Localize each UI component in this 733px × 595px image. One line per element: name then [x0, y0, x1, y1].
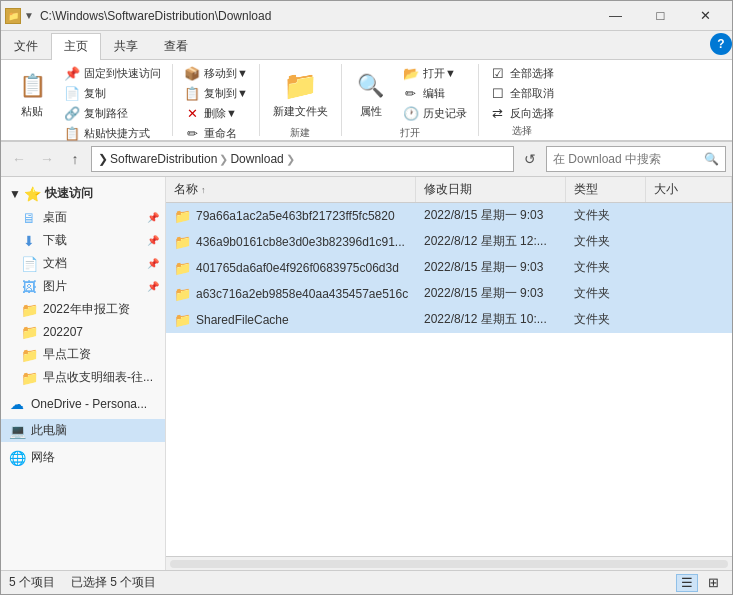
file-size-cell [646, 264, 732, 272]
properties-icon: 🔍 [355, 70, 387, 102]
breadcrumb-sep: ❯ [219, 153, 228, 166]
202207-icon: 📁 [21, 324, 37, 340]
open-button[interactable]: 📂 打开▼ [398, 64, 472, 82]
window: 📁 ▼ C:\Windows\SoftwareDistribution\Down… [0, 0, 733, 595]
properties-button[interactable]: 🔍 属性 [348, 64, 394, 124]
paste-shortcut-button[interactable]: 📋 粘贴快捷方式 [59, 124, 166, 142]
file-name-cell: 📁 436a9b0161cb8e3d0e3b82396d1c91... [166, 230, 416, 254]
sidebar-item-202207[interactable]: 📁 202207 [1, 321, 165, 343]
delete-button[interactable]: ✕ 删除▼ [179, 104, 253, 122]
copy-button[interactable]: 📄 复制 [59, 84, 166, 102]
table-row[interactable]: 📁 a63c716a2eb9858e40aa435457ae516c 2022/… [166, 281, 732, 307]
paste-button[interactable]: 📋 粘贴 [9, 64, 55, 124]
search-box[interactable]: 🔍 [546, 146, 726, 172]
address-box[interactable]: ❯ SoftwareDistribution ❯ Download ❯ [91, 146, 514, 172]
copy-to-button[interactable]: 📋 复制到▼ [179, 84, 253, 102]
folder-icon: 📁 [174, 286, 190, 302]
delete-icon: ✕ [184, 105, 200, 121]
up-button[interactable]: ↑ [63, 147, 87, 171]
copy-path-button[interactable]: 🔗 复制路径 [59, 104, 166, 122]
sidebar-item-salary2022[interactable]: 📁 2022年申报工资 [1, 298, 165, 321]
rename-icon: ✏ [184, 125, 200, 141]
history-button[interactable]: 🕐 历史记录 [398, 104, 472, 122]
file-size-cell [646, 290, 732, 298]
horizontal-scrollbar[interactable] [166, 556, 732, 570]
breadcrumb-sep-2: ❯ [286, 153, 295, 166]
quick-access-header[interactable]: ▼ ⭐ 快速访问 [1, 181, 165, 206]
sidebar-item-documents[interactable]: 📄 文档 📌 [1, 252, 165, 275]
new-folder-button[interactable]: 📁 新建文件夹 [266, 64, 335, 124]
new-label: 新建 [290, 126, 310, 140]
tab-file[interactable]: 文件 [1, 33, 51, 59]
thispc-icon: 💻 [9, 423, 25, 439]
breadcrumb-item-1[interactable]: SoftwareDistribution [110, 152, 217, 166]
titlebar: 📁 ▼ C:\Windows\SoftwareDistribution\Down… [1, 1, 732, 31]
history-icon: 🕐 [403, 105, 419, 121]
select-none-icon: ☐ [490, 85, 506, 101]
tiles-view-button[interactable]: ⊞ [702, 574, 724, 592]
sidebar: ▼ ⭐ 快速访问 🖥 桌面 📌 ⬇ 下载 📌 📄 文档 📌 🖼 图 [1, 177, 166, 570]
select-label: 选择 [512, 124, 532, 138]
sidebar-item-network[interactable]: 🌐 网络 [1, 446, 165, 469]
organize-small-group: 📦 移动到▼ 📋 复制到▼ ✕ 删除▼ ✏ [179, 64, 253, 142]
select-all-button[interactable]: ☑ 全部选择 [485, 64, 559, 82]
forward-button[interactable]: → [35, 147, 59, 171]
sort-arrow: ↑ [201, 185, 206, 195]
tab-view[interactable]: 查看 [151, 33, 201, 59]
sidebar-item-onedrive[interactable]: ☁ OneDrive - Persona... [1, 393, 165, 415]
desktop-icon: 🖥 [21, 210, 37, 226]
earlysal-icon: 📁 [21, 347, 37, 363]
move-to-button[interactable]: 📦 移动到▼ [179, 64, 253, 82]
help-button[interactable]: ? [710, 33, 732, 55]
network-label: 网络 [31, 449, 55, 466]
col-header-type[interactable]: 类型 [566, 177, 646, 202]
file-type-cell: 文件夹 [566, 255, 646, 280]
col-header-size[interactable]: 大小 [646, 177, 732, 202]
back-button[interactable]: ← [7, 147, 31, 171]
close-button[interactable]: ✕ [683, 1, 728, 31]
file-date-cell: 2022/8/12 星期五 10:... [416, 307, 566, 332]
select-none-button[interactable]: ☐ 全部取消 [485, 84, 559, 102]
edit-button[interactable]: ✏ 编辑 [398, 84, 472, 102]
new-content: 📁 新建文件夹 [266, 64, 335, 124]
desktop-pin: 📌 [147, 212, 159, 223]
minimize-button[interactable]: — [593, 1, 638, 31]
sidebar-item-earlydetail[interactable]: 📁 早点收支明细表-往... [1, 366, 165, 389]
rename-button[interactable]: ✏ 重命名 [179, 124, 253, 142]
sidebar-item-pictures[interactable]: 🖼 图片 📌 [1, 275, 165, 298]
col-header-name[interactable]: 名称 ↑ [166, 177, 416, 202]
file-name-cell: 📁 79a66a1ac2a5e463bf21723ff5fc5820 [166, 204, 416, 228]
quick-access-label: 快速访问 [45, 185, 93, 202]
quick-access-toolbar-icon: 📁 [5, 8, 21, 24]
downloads-label: 下载 [43, 232, 67, 249]
titlebar-path: C:\Windows\SoftwareDistribution\Download [40, 9, 593, 23]
view-controls: ☰ ⊞ [676, 574, 724, 592]
search-input[interactable] [553, 152, 700, 166]
tab-share[interactable]: 共享 [101, 33, 151, 59]
invert-selection-button[interactable]: ⇄ 反向选择 [485, 104, 559, 122]
sidebar-item-downloads[interactable]: ⬇ 下载 📌 [1, 229, 165, 252]
details-view-button[interactable]: ☰ [676, 574, 698, 592]
thispc-label: 此电脑 [31, 422, 67, 439]
breadcrumb-item-2[interactable]: Download [230, 152, 283, 166]
table-row[interactable]: 📁 401765da6af0e4f926f0683975c06d3d 2022/… [166, 255, 732, 281]
table-row[interactable]: 📁 436a9b0161cb8e3d0e3b82396d1c91... 2022… [166, 229, 732, 255]
paste-shortcut-icon: 📋 [64, 125, 80, 141]
titlebar-dropdown[interactable]: ▼ [24, 10, 34, 21]
sidebar-item-earlysal[interactable]: 📁 早点工资 [1, 343, 165, 366]
sidebar-item-desktop[interactable]: 🖥 桌面 📌 [1, 206, 165, 229]
downloads-icon: ⬇ [21, 233, 37, 249]
file-size-cell [646, 212, 732, 220]
organize-content: 📦 移动到▼ 📋 复制到▼ ✕ 删除▼ ✏ [179, 64, 253, 142]
tab-home[interactable]: 主页 [51, 33, 101, 60]
col-header-date[interactable]: 修改日期 [416, 177, 566, 202]
sidebar-item-thispc[interactable]: 💻 此电脑 [1, 419, 165, 442]
refresh-button[interactable]: ↺ [518, 147, 542, 171]
pin-button[interactable]: 📌 固定到快速访问 [59, 64, 166, 82]
maximize-button[interactable]: □ [638, 1, 683, 31]
file-date: 2022/8/12 星期五 12:... [424, 233, 547, 250]
folder-icon: 📁 [174, 312, 190, 328]
table-row[interactable]: 📁 79a66a1ac2a5e463bf21723ff5fc5820 2022/… [166, 203, 732, 229]
table-row[interactable]: 📁 SharedFileCache 2022/8/12 星期五 10:... 文… [166, 307, 732, 333]
file-name: 401765da6af0e4f926f0683975c06d3d [196, 261, 399, 275]
